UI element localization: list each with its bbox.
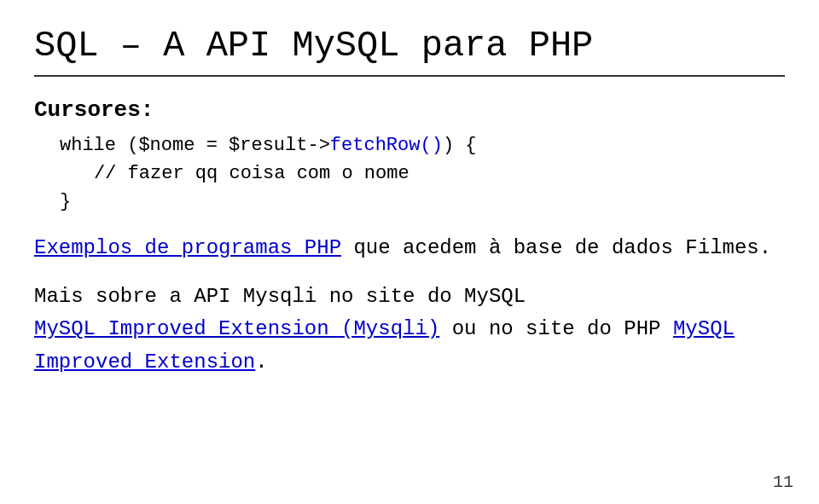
- mais-section: Mais sobre a API Mysqli no site do MySQL…: [34, 281, 785, 379]
- code-while: while ($nome = $result->: [60, 135, 330, 156]
- slide-container: SQL – A API MySQL para PHP Cursores: whi…: [0, 0, 819, 504]
- title-section: SQL – A API MySQL para PHP: [34, 26, 785, 77]
- code-line-1: while ($nome = $result->fetchRow()) {: [60, 131, 785, 159]
- code-brace-open: ) {: [443, 135, 477, 156]
- code-block: while ($nome = $result->fetchRow()) { //…: [60, 131, 785, 216]
- code-line-3: }: [60, 188, 785, 216]
- mais-middle: ou no site do PHP: [439, 317, 673, 340]
- mysql-improved-extension-link[interactable]: MySQL Improved Extension (Mysqli): [34, 317, 439, 340]
- slide-title: SQL – A API MySQL para PHP: [34, 26, 785, 67]
- examples-section: Exemplos de programas PHP que acedem à b…: [34, 233, 785, 264]
- mais-end: .: [255, 350, 267, 374]
- code-fetchrow: fetchRow(): [330, 135, 443, 156]
- page-number: 11: [773, 472, 793, 492]
- content-section: Cursores: while ($nome = $result->fetchR…: [34, 97, 785, 379]
- examples-link[interactable]: Exemplos de programas PHP: [34, 236, 341, 259]
- examples-rest: que acedem à base de dados Filmes.: [341, 236, 771, 259]
- mais-line1: Mais sobre a API Mysqli no site do MySQL: [34, 285, 526, 308]
- code-line-2: // fazer qq coisa com o nome: [94, 159, 785, 188]
- cursores-label: Cursores:: [34, 97, 785, 123]
